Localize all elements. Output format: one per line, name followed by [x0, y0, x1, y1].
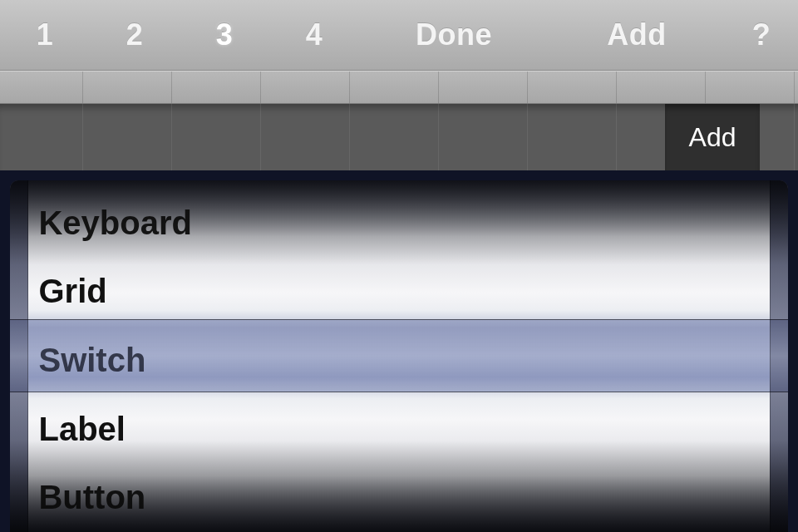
picker-item[interactable]: Button: [28, 463, 769, 532]
done-button[interactable]: Done: [359, 0, 549, 70]
page-button-1[interactable]: 1: [0, 0, 90, 70]
picker-area: Keyboard Grid Switch Label Button: [0, 170, 798, 532]
page-button-3[interactable]: 3: [180, 0, 269, 70]
picker-item[interactable]: Keyboard: [28, 189, 769, 258]
ruler: [0, 71, 798, 104]
picker-wheel[interactable]: Keyboard Grid Switch Label Button: [10, 180, 788, 532]
picker-item[interactable]: Label: [28, 395, 769, 464]
add-button[interactable]: Add: [549, 0, 725, 70]
top-toolbar: 1 2 3 4 Done Add ?: [0, 0, 798, 71]
picker-item-selected[interactable]: Switch: [28, 326, 769, 395]
page-button-4[interactable]: 4: [269, 0, 359, 70]
picker-item[interactable]: Grid: [28, 258, 769, 327]
page-button-2[interactable]: 2: [90, 0, 180, 70]
workspace-band: Add: [0, 104, 798, 170]
help-button[interactable]: ?: [725, 0, 798, 70]
workspace-add-chip[interactable]: Add: [665, 104, 760, 170]
